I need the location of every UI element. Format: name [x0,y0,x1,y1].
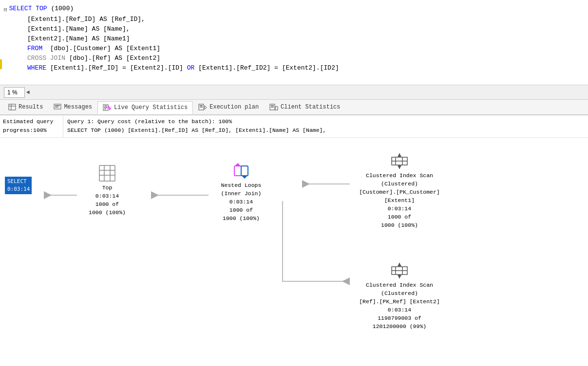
svg-marker-33 [241,175,248,179]
bottom-section: Results Messages [0,100,588,366]
top-label4: 1000 (100%) [83,208,132,217]
zoom-dropdown[interactable]: 1 % [4,87,25,98]
or-content: [Extent1].[Ref_ID2] = [Extent2].[ID2] [194,63,339,73]
sql-line-4: [Extent2].[Name] AS [Name1] [0,34,588,44]
svg-rect-14 [200,105,203,106]
svg-rect-8 [104,107,107,108]
top-node[interactable]: Top 0:03:14 1000 of 1000 (100%) [83,165,132,217]
top-label1: Top [83,183,132,192]
where-content: [Extent1].[Ref_ID] = [Extent2].[ID] [46,63,187,73]
tab-execution-plan-label: Execution plan [209,104,259,110]
tab-client-stats-label: Client Statistics [281,104,340,110]
cs1-label3: 0:03:14 [356,204,443,213]
from-content: [dbo].[Customer] AS [Extent1] [42,44,160,54]
tab-messages[interactable]: Messages [48,101,97,113]
svg-marker-16 [205,106,207,110]
svg-marker-31 [234,163,241,166]
clustered-scan1-node[interactable]: Clustered Index Scan (Clustered) [Custom… [356,152,443,229]
svg-rect-7 [104,106,107,107]
query-text-preview: SELECT TOP (1000) [Extent1].[Ref_ID] AS … [67,126,326,135]
query-cost-label: Query 1: Query cost (relative to the bat… [67,117,326,126]
tab-execution-plan[interactable]: Execution plan [193,101,264,113]
select-time: 0:03:14 [7,185,29,193]
progress-label: progress:100% [3,126,60,135]
line3-content: [Extent1].[Name] AS [Name], [27,24,130,34]
svg-rect-30 [234,166,241,176]
cs1-label5: 1000 (100%) [356,221,443,229]
query-stats-header: Estimated query progress:100% Query 1: Q… [0,115,588,138]
svg-rect-25 [99,165,115,181]
svg-rect-12 [108,106,109,109]
line4-content: [Extent2].[Name] AS [Name1] [27,34,130,44]
clustered-index-icon-1 [391,152,408,170]
sql-line-3: [Extent1].[Name] AS [Name], [0,24,588,34]
nested-loops-node[interactable]: Nested Loops (Inner Join) 0:03:14 1000 o… [214,162,268,222]
line2-content: [Extent1].[Ref_ID] AS [Ref_ID], [27,15,145,24]
svg-rect-9 [104,109,106,110]
svg-rect-20 [271,107,274,108]
sql-editor: ⊟ SELECT TOP (1000) [Extent1].[Ref_ID] A… [0,0,588,85]
svg-marker-10 [109,107,111,110]
cs1-label1: Clustered Index Scan (Clustered) [356,171,443,188]
svg-rect-18 [275,107,278,110]
svg-rect-32 [241,166,248,176]
svg-rect-5 [55,107,58,108]
svg-rect-0 [9,104,16,110]
keyword-select: SELECT TOP [9,4,47,14]
nested-loops-label2: (Inner Join) [214,189,268,198]
keyword-where: WHERE [27,63,46,73]
nested-loops-label5: 1000 (100%) [214,214,268,222]
keyword-or: OR [187,63,195,73]
cs2-label5: 1201200000 (99%) [356,322,443,330]
tab-live-query-label: Live Query Statistics [114,104,188,111]
sql-line-7: WHERE [Extent1].[Ref_ID] = [Extent2].[ID… [0,63,588,73]
select-box: SELECT 0:03:14 [5,177,32,194]
exec-plan-icon [198,104,207,110]
execution-plan-canvas: SELECT 0:03:14 Top 0:03:14 1000 of 1000 … [0,138,588,362]
sql-line-1: ⊟ SELECT TOP (1000) [0,4,588,15]
nested-loops-label4: 1000 of [214,206,268,214]
sql-line-2: [Extent1].[Ref_ID] AS [Ref_ID], [0,15,588,24]
nested-loops-label1: Nested Loops [214,181,268,189]
tab-live-query[interactable]: Live Query Statistics [97,101,193,114]
tab-client-stats[interactable]: Client Statistics [264,101,345,113]
top-label3: 1000 of [83,200,132,208]
cs1-label2: [Customer].[PK_Customer] [Extent1] [356,188,443,204]
top-label2: 0:03:14 [83,192,132,200]
scroll-left-arrow[interactable]: ◄ [26,89,30,96]
tab-results-label: Results [19,104,43,110]
svg-rect-15 [200,107,203,108]
cs2-label2: [Ref].[PK_Ref] [Extent2] [356,297,443,306]
query-toolbar: 1 % ◄ [0,85,588,100]
tab-messages-label: Messages [64,104,92,110]
estimated-query-label: Estimated query [3,117,60,126]
stats-left-panel: Estimated query progress:100% [0,115,63,137]
cs2-label1: Clustered Index Scan (Clustered) [356,281,443,297]
keyword-cross-join: CROSS JOIN [27,54,65,63]
select-label: SELECT [7,178,29,185]
cs2-label3: 0:03:14 [356,306,443,314]
stats-right-panel: Query 1: Query cost (relative to the bat… [63,115,330,137]
sql-line-6: CROSS JOIN [dbo].[Ref] AS [Extent2] [0,54,588,63]
messages-icon [54,104,61,110]
cross-join-content: [dbo].[Ref] AS [Extent2] [65,54,160,63]
main-layout: ⊟ SELECT TOP (1000) [Extent1].[Ref_ID] A… [0,0,588,366]
client-stats-icon [269,104,278,110]
top-icon [98,165,116,182]
collapse-icon[interactable]: ⊟ [4,5,7,15]
tab-results[interactable]: Results [3,101,48,113]
sql-line-5: FROM [dbo].[Customer] AS [Extent1] [0,44,588,54]
clustered-scan2-node[interactable]: Clustered Index Scan (Clustered) [Ref].[… [356,262,443,330]
cs1-label4: 1000 of [356,213,443,221]
cs2-label4: 1198799003 of [356,314,443,322]
zoom-control: 1 % ◄ [4,87,30,98]
nested-loops-icon [232,162,250,180]
select-node[interactable]: SELECT 0:03:14 [5,177,37,194]
yellow-bar [0,59,2,69]
results-icon [8,104,16,110]
nested-loops-label3: 0:03:14 [214,198,268,206]
clustered-index-icon-2 [391,262,408,279]
live-query-icon [103,104,112,111]
keyword-from: FROM [27,44,42,54]
tabs-bar: Results Messages [0,100,588,115]
